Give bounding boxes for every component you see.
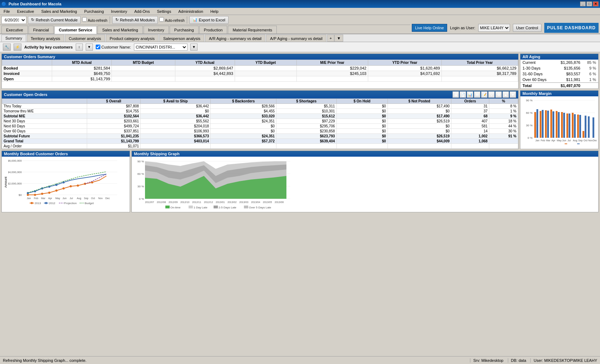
svg-text:Dec: Dec [105, 197, 110, 199]
subtab-territory[interactable]: Territory analysis [27, 35, 64, 42]
table-row: Over 60 Days $337,851 $106,993 $0 $230,8… [2, 129, 518, 134]
svg-rect-42 [565, 143, 567, 144]
refresh-current-button[interactable]: ↻ Refresh Current Module [28, 16, 81, 24]
svg-text:Nov: Nov [98, 197, 103, 199]
filter-icon-2[interactable]: ⚡ [14, 44, 21, 51]
coo-scroll-up[interactable]: ▲ [502, 91, 509, 98]
user-control-button[interactable]: User Control [513, 24, 541, 32]
auto-refresh-1-label: Auto-refresh [82, 17, 107, 22]
coo-filter-btn[interactable]: ▽ [488, 91, 495, 98]
svg-text:30 %: 30 % [138, 185, 144, 188]
svg-text:Oct: Oct [584, 139, 588, 142]
svg-text:2013/06: 2013/06 [275, 201, 284, 203]
svg-text:Aug: Aug [77, 197, 81, 200]
live-help-button[interactable]: Live Help Online [412, 24, 447, 32]
window-controls[interactable]: _ □ ✕ [580, 1, 599, 6]
maximize-button[interactable]: □ [586, 1, 592, 6]
coo-tool-3[interactable]: 📊 [467, 91, 473, 98]
coo-grand-total: Grand Total $1,143,799 $403,014 $57,372 … [2, 139, 518, 144]
svg-rect-25 [579, 115, 581, 138]
coo-tool-1[interactable]: 🖨 [452, 91, 459, 98]
subtab-ap-aging[interactable]: A/P Aging - summary vs detail [266, 35, 326, 42]
customer-filter-dropdown[interactable]: ▼ [190, 44, 198, 51]
auto-refresh-2-checkbox[interactable] [159, 17, 164, 22]
coo-tool-2[interactable]: 📄 [460, 91, 466, 98]
tab-dropdown-button[interactable]: ▼ [334, 35, 343, 42]
svg-text:Sep: Sep [578, 139, 583, 142]
sub-tabs: Summary Territory analysis Customer anal… [0, 34, 600, 42]
auto-refresh-1-checkbox[interactable] [82, 17, 87, 22]
coo-col-orders: Orders [451, 99, 489, 104]
svg-text:60 %: 60 % [526, 111, 532, 115]
coo-col-label [2, 99, 87, 104]
svg-text:Jan: Jan [27, 197, 31, 199]
menu-sales-marketing[interactable]: Sales and Marketing [39, 9, 79, 14]
menu-executive[interactable]: Executive [15, 9, 36, 14]
coo-tool-5[interactable]: 📝 [481, 91, 488, 98]
auto-refresh-2-label: Auto-refresh [159, 17, 184, 22]
svg-text:2012: 2012 [49, 202, 55, 205]
user-selector[interactable]: MIKE LEAHY [478, 24, 510, 32]
svg-text:90 %: 90 % [138, 160, 144, 163]
export-excel-button[interactable]: 📊 Export to Excel [189, 16, 229, 24]
customer-name-selector[interactable]: CINCINNATI DISTRI... [134, 44, 188, 51]
close-button[interactable]: ✕ [593, 1, 599, 6]
svg-rect-14 [550, 110, 552, 138]
filter-options-button[interactable]: ▼ [86, 44, 93, 51]
tab-inventory[interactable]: Inventory [144, 26, 169, 34]
middle-row: Customer Open Orders 🖨 📄 📊 ✉ 📝 ▽ ⚙ ▲ ▼ [1, 90, 599, 149]
svg-point-59 [62, 187, 65, 189]
coo-settings-btn[interactable]: ⚙ [495, 91, 502, 98]
refresh-all-button[interactable]: ↻ Refresh All Modules [112, 16, 158, 24]
svg-rect-29 [592, 117, 594, 138]
svg-text:2012/11: 2012/11 [192, 201, 201, 203]
cos-table: MTD Actual MTD Budget YTD Actual YTD Bud… [2, 60, 518, 82]
svg-text:Jun: Jun [62, 197, 66, 199]
svg-rect-9 [536, 109, 538, 138]
tab-sales-marketing[interactable]: Sales and Marketing [98, 26, 142, 34]
coo-scroll-down[interactable]: ▼ [510, 91, 516, 98]
subtab-product-category[interactable]: Product category analysis [106, 35, 159, 42]
svg-rect-23 [574, 114, 576, 138]
tab-purchasing[interactable]: Purchasing [170, 26, 199, 34]
minimize-button[interactable]: _ [580, 1, 586, 6]
svg-text:Over 5 Days Late: Over 5 Days Late [249, 206, 271, 209]
svg-text:$0: $0 [19, 193, 22, 197]
tab-executive[interactable]: Executive [1, 26, 28, 34]
menu-administration[interactable]: Administration [176, 9, 205, 14]
coo-subtotal-me: Subtotal M/E $102,564 $36,442 $33,020 $1… [2, 114, 518, 119]
date-selector[interactable]: 6/20/2013 [1, 16, 26, 24]
tab-production[interactable]: Production [199, 26, 228, 34]
filter-icon-1[interactable]: 🔧 [3, 44, 11, 51]
svg-text:2012/10: 2012/10 [180, 201, 189, 203]
svg-text:Projection: Projection [64, 202, 77, 205]
menu-inventory[interactable]: Inventory [109, 9, 129, 14]
monthly-booked-chart-area: Amount $6,000,000 $4,000,000 $2,000,000 … [2, 157, 130, 208]
svg-rect-19 [563, 113, 565, 138]
titlebar: 🔵 Pulse Dashboard for Macola _ □ ✕ [0, 0, 600, 8]
tab-financial[interactable]: Financial [29, 26, 54, 34]
subtab-salesperson[interactable]: Salesperson analysis [159, 35, 204, 42]
svg-rect-121 [214, 206, 218, 208]
sort-button[interactable]: ↕ [76, 44, 83, 51]
svg-text:2013: 2013 [35, 202, 41, 205]
table-row: Thru Today $87,808 $36,442 $28,566 $5,31… [2, 104, 518, 109]
subtab-ar-aging[interactable]: A/R Aging - summary vs detail [205, 35, 265, 42]
tab-material-requirements[interactable]: Material Requirements [228, 26, 277, 34]
subtab-summary[interactable]: Summary [1, 35, 26, 42]
tab-customer-service[interactable]: Customer Service [54, 26, 97, 34]
coo-tool-4[interactable]: ✉ [474, 91, 480, 98]
customer-name-checkbox[interactable] [96, 45, 100, 49]
menu-addons[interactable]: Add-Ons [132, 9, 152, 14]
svg-text:Dec: Dec [593, 139, 597, 142]
svg-point-55 [34, 194, 36, 196]
tab-add-button[interactable]: + [327, 35, 334, 42]
menu-help[interactable]: Help [208, 9, 221, 14]
menu-file[interactable]: File [1, 9, 12, 14]
menu-settings[interactable]: Settings [155, 9, 173, 14]
subtab-customer[interactable]: Customer analysis [65, 35, 105, 42]
svg-text:1 Day Late: 1 Day Late [194, 206, 208, 209]
monthly-booked-title: Monthly Booked Customer Orders [2, 151, 130, 157]
menu-purchasing[interactable]: Purchasing [82, 9, 106, 14]
toolbar-separator-1 [110, 16, 110, 24]
